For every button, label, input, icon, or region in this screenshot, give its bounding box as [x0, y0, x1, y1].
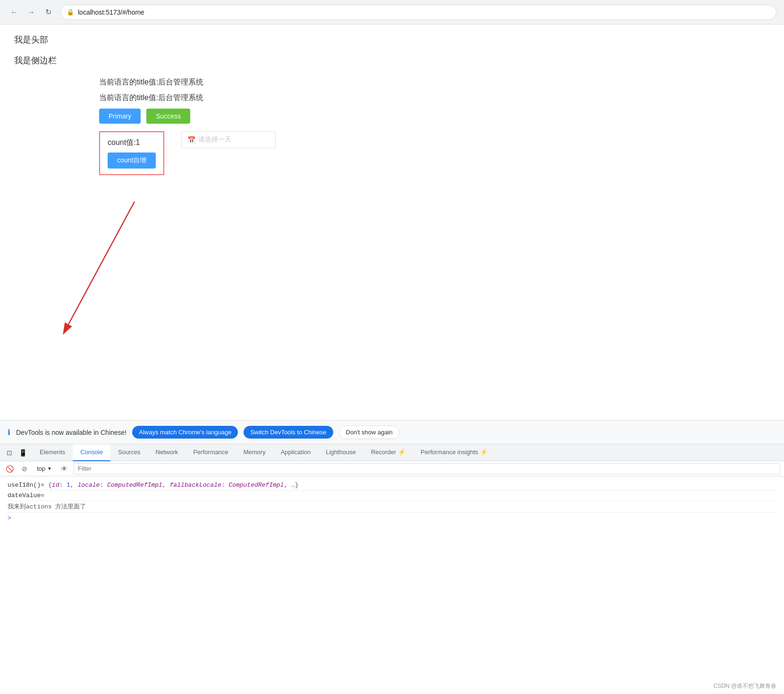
console-toolbar: 🚫 ⊘ top ▼ 👁: [0, 461, 784, 476]
address-bar[interactable]: 🔒 localhost:5173/#/home: [60, 5, 776, 20]
console-prompt[interactable]: >: [8, 513, 776, 524]
context-selector[interactable]: top ▼: [34, 464, 55, 473]
svg-line-1: [68, 202, 135, 324]
refresh-button[interactable]: ↻: [42, 6, 55, 19]
filter-icon[interactable]: ⊘: [19, 463, 30, 474]
tab-elements[interactable]: Elements: [32, 444, 73, 461]
tab-memory[interactable]: Memory: [236, 444, 273, 461]
tab-console[interactable]: Console: [73, 444, 110, 461]
console-line-2: dateValue=: [8, 491, 776, 501]
console-line-1: useI18n()= {id: 1, locale: ComputedRefIm…: [8, 480, 776, 491]
clear-console-icon[interactable]: 🚫: [4, 463, 15, 474]
main-content: 我是头部 我是侧边栏 当前语言的title值:后台管理系统 当前语言的title…: [0, 25, 784, 397]
switch-chinese-button[interactable]: Switch DevTools to Chinese: [244, 426, 333, 439]
chevron-down-icon: ▼: [47, 466, 52, 471]
success-button[interactable]: Success: [146, 109, 190, 124]
tab-sources[interactable]: Sources: [110, 444, 148, 461]
devtools-notification: ℹ DevTools is now available in Chinese! …: [0, 420, 784, 444]
url-text: localhost:5173/#/home: [78, 8, 144, 16]
forward-button[interactable]: →: [25, 6, 38, 19]
notification-text: DevTools is now available in Chinese!: [16, 429, 126, 436]
back-button[interactable]: ←: [8, 6, 21, 19]
devtools-tab-icons: ⊡ 📱: [4, 447, 28, 458]
devtools-tabs: ⊡ 📱 Elements Console Sources Network Per…: [0, 444, 784, 461]
devtools-panel: ⊡ 📱 Elements Console Sources Network Per…: [0, 444, 784, 694]
tab-recorder[interactable]: Recorder ⚡: [363, 444, 413, 461]
dont-show-button[interactable]: Don't show again: [339, 425, 400, 439]
eye-icon[interactable]: 👁: [59, 463, 70, 474]
filter-input[interactable]: [74, 463, 780, 474]
device-toolbar-icon[interactable]: 📱: [17, 447, 28, 458]
lock-icon: 🔒: [67, 8, 74, 16]
header-text: 我是头部: [14, 34, 770, 45]
console-label-1: useI18n()=: [8, 482, 44, 489]
count-increment-button[interactable]: count自增: [108, 152, 156, 169]
info-icon: ℹ: [8, 428, 10, 437]
console-line-3: 我来到actions 方法里面了: [8, 501, 776, 513]
button-row: Primary Success: [99, 109, 770, 124]
console-value-1: {id: 1, locale: ComputedRefImpl, fallbac…: [48, 482, 299, 489]
date-picker-area: 📅 请选择一天: [181, 131, 276, 148]
primary-button[interactable]: Primary: [99, 109, 141, 124]
nav-buttons: ← → ↻: [8, 6, 55, 19]
tab-performance-insights[interactable]: Performance insights ⚡: [413, 444, 495, 461]
sidebar-text: 我是侧边栏: [14, 55, 770, 66]
top-label: top: [37, 465, 45, 472]
console-value-3: 我来到actions 方法里面了: [8, 502, 86, 511]
page-wrapper: ← → ↻ 🔒 localhost:5173/#/home 我是头部 我是侧边栏…: [0, 0, 784, 694]
browser-chrome: ← → ↻ 🔒 localhost:5173/#/home: [0, 0, 784, 25]
inspect-element-icon[interactable]: ⊡: [4, 447, 15, 458]
tab-lighthouse[interactable]: Lighthouse: [318, 444, 363, 461]
date-input[interactable]: 📅 请选择一天: [181, 131, 276, 148]
calendar-icon: 📅: [187, 136, 195, 144]
console-label-2: dateValue=: [8, 492, 44, 499]
title-line-1: 当前语言的title值:后台管理系统: [99, 77, 770, 87]
tab-application[interactable]: Application: [273, 444, 319, 461]
always-match-button[interactable]: Always match Chrome's language: [132, 426, 238, 439]
main-area: 当前语言的title值:后台管理系统 当前语言的title值:后台管理系统 Pr…: [99, 77, 770, 183]
title-line-2: 当前语言的title值:后台管理系统: [99, 93, 770, 103]
tab-performance[interactable]: Performance: [185, 444, 236, 461]
watermark: CSDN @谁不想飞舞青春: [713, 682, 776, 690]
tab-network[interactable]: Network: [148, 444, 186, 461]
date-placeholder: 请选择一天: [198, 135, 231, 144]
count-value: count值:1: [108, 138, 156, 148]
console-output: useI18n()= {id: 1, locale: ComputedRefIm…: [0, 476, 784, 527]
count-box: count值:1 count自增: [99, 131, 164, 175]
